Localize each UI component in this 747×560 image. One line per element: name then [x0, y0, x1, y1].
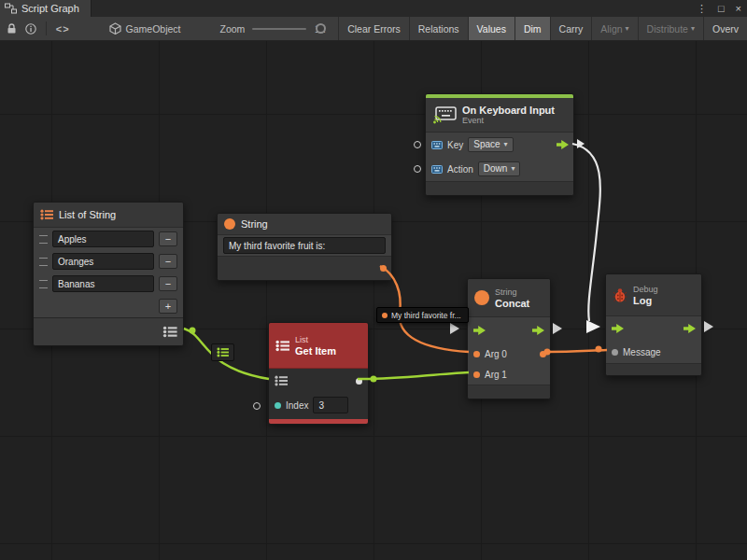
- graph-canvas[interactable]: On Keyboard Input Event Key Space Action…: [0, 41, 747, 560]
- add-item-button[interactable]: +: [159, 299, 177, 314]
- value-droplet: [596, 346, 602, 353]
- list-node-header[interactable]: List of String: [34, 203, 183, 228]
- node-subtitle: Event: [462, 116, 555, 126]
- list-item-field[interactable]: Bananas: [52, 275, 154, 292]
- node-footer: [606, 363, 701, 375]
- error-indicator-bar: [269, 419, 368, 424]
- concat-arg0-row: Arg 0: [468, 343, 550, 364]
- node-concat[interactable]: String Concat Arg 0 Arg 1: [467, 278, 551, 399]
- key-input-port[interactable]: [414, 141, 421, 148]
- carry-button[interactable]: Carry: [550, 17, 592, 41]
- key-dropdown[interactable]: Space: [468, 137, 513, 152]
- list-output-row: [34, 317, 183, 345]
- wire-getitem-to-concat: [358, 372, 469, 379]
- node-footer: [426, 181, 573, 195]
- values-button[interactable]: Values: [468, 17, 514, 41]
- concat-flow-row: [468, 317, 550, 343]
- gameobject-selector[interactable]: GameObject: [126, 23, 181, 35]
- remove-item-button[interactable]: −: [159, 254, 177, 269]
- clear-errors-button[interactable]: Clear Errors: [338, 17, 409, 41]
- code-icon[interactable]: <>: [56, 23, 70, 35]
- unity-script-graph-window: Script Graph ⋮ □ × <> GameObject Zoom 1x…: [0, 0, 747, 560]
- align-button: Align: [591, 17, 637, 41]
- info-icon[interactable]: [25, 23, 36, 35]
- relations-button[interactable]: Relations: [409, 17, 468, 41]
- add-item-row: +: [34, 295, 183, 317]
- node-list-of-string[interactable]: List of String Apples − Oranges − Banana…: [33, 202, 184, 346]
- overview-button[interactable]: Overv: [703, 17, 747, 41]
- drag-handle-icon[interactable]: [39, 258, 48, 266]
- list-item-row: Bananas −: [34, 273, 183, 295]
- flow-input-port[interactable]: [612, 324, 624, 333]
- flow-output-port[interactable]: [532, 326, 544, 335]
- index-input-port[interactable]: [253, 402, 261, 410]
- node-on-keyboard-input[interactable]: On Keyboard Input Event Key Space Action…: [425, 93, 574, 196]
- result-output-port[interactable]: [540, 351, 546, 357]
- flow-input-port[interactable]: [473, 326, 486, 335]
- string-value-field[interactable]: My third favorite fruit is:: [223, 237, 386, 254]
- lock-icon[interactable]: [7, 23, 17, 35]
- action-input-port[interactable]: [414, 165, 421, 173]
- item-output-port[interactable]: [356, 378, 362, 385]
- keyboard-node-header[interactable]: On Keyboard Input Event: [426, 98, 573, 133]
- relation-arrow: [450, 323, 459, 334]
- string-type-icon: [224, 218, 235, 230]
- window-menu-icon[interactable]: ⋮: [691, 0, 712, 17]
- zoom-slider-handle[interactable]: [316, 23, 326, 34]
- toolbar-separator: [46, 21, 47, 35]
- window-close-icon[interactable]: ×: [730, 0, 747, 17]
- node-log[interactable]: Debug Log Message: [605, 273, 702, 376]
- dim-button[interactable]: Dim: [514, 17, 550, 41]
- zoom-label: Zoom: [220, 23, 246, 35]
- concat-header[interactable]: String Concat: [468, 279, 550, 317]
- zoom-slider-track[interactable]: [252, 28, 306, 30]
- remove-item-button[interactable]: −: [159, 276, 177, 291]
- list-icon: [275, 340, 289, 352]
- node-title: Concat: [495, 298, 529, 309]
- list-item-field[interactable]: Oranges: [52, 253, 154, 270]
- message-input-port[interactable]: [612, 349, 618, 356]
- node-get-item[interactable]: List Get Item Index 3: [268, 322, 369, 425]
- log-header[interactable]: Debug Log: [606, 274, 701, 316]
- remove-item-button[interactable]: −: [159, 231, 177, 246]
- log-flow-row: [606, 316, 701, 341]
- value-droplet: [190, 328, 196, 334]
- drag-handle-icon[interactable]: [39, 280, 48, 288]
- graph-toolbar: <> GameObject Zoom 1x Clear Errors Relat…: [0, 17, 747, 41]
- node-title: On Keyboard Input: [462, 105, 555, 116]
- arg0-input-port[interactable]: [473, 351, 480, 357]
- message-label: Message: [623, 347, 661, 357]
- relation-arrow: [553, 323, 562, 334]
- distribute-button: Distribute: [638, 17, 703, 41]
- keyboard-icon: [432, 105, 457, 124]
- zoom-slider[interactable]: [252, 23, 306, 35]
- string-output-port[interactable]: [380, 265, 387, 272]
- node-string-literal[interactable]: String My third favorite fruit is:: [217, 213, 392, 281]
- node-title: Get Item: [295, 345, 336, 357]
- action-dropdown[interactable]: Down: [478, 161, 521, 176]
- string-value-row: My third favorite fruit is:: [218, 235, 391, 256]
- list-input-port[interactable]: [275, 375, 288, 386]
- index-type-dot: [275, 402, 281, 409]
- get-item-index-row: Index 3: [269, 393, 368, 417]
- get-item-list-row: [269, 369, 368, 393]
- value-droplet: [371, 376, 377, 383]
- string-node-header[interactable]: String: [218, 214, 391, 235]
- window-maximize-icon[interactable]: □: [712, 0, 730, 17]
- flow-output-port[interactable]: [684, 324, 696, 333]
- drag-handle-icon[interactable]: [39, 235, 48, 244]
- list-item-field[interactable]: Apples: [52, 231, 154, 247]
- action-label: Action: [447, 164, 473, 175]
- keycode-type-icon: [431, 141, 443, 149]
- arg1-input-port[interactable]: [473, 371, 480, 378]
- tab-title: Script Graph: [21, 3, 79, 14]
- wire-concat-to-log: [547, 350, 607, 352]
- get-item-header[interactable]: List Get Item: [269, 323, 368, 369]
- flow-output-port[interactable]: [557, 140, 569, 149]
- action-type-icon: [431, 165, 443, 174]
- titlebar: Script Graph ⋮ □ ×: [0, 0, 747, 18]
- tab-script-graph[interactable]: Script Graph: [0, 0, 92, 17]
- log-message-row: Message: [606, 341, 701, 363]
- list-output-port[interactable]: [162, 326, 177, 338]
- index-field[interactable]: 3: [313, 397, 348, 413]
